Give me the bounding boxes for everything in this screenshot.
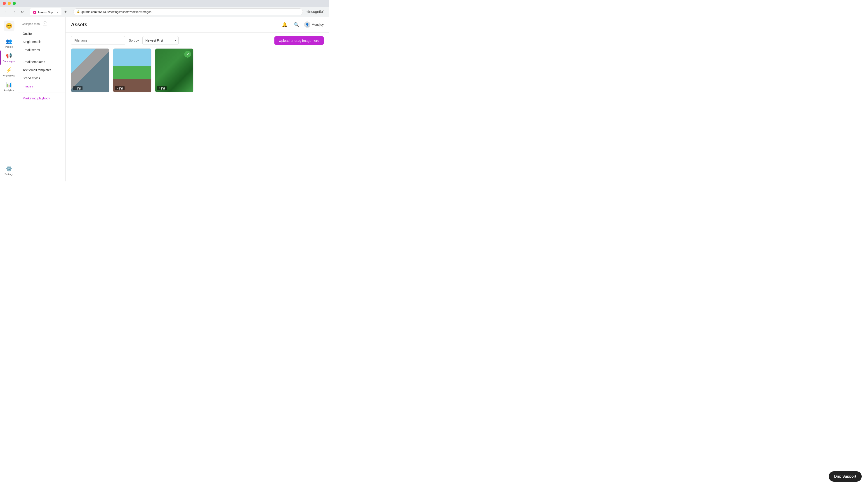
window-minimize-button[interactable]	[8, 2, 11, 5]
notification-button[interactable]: 🔔	[281, 21, 289, 29]
username: Moodjoy	[312, 23, 324, 26]
filename-input[interactable]	[71, 36, 125, 45]
image-card[interactable]: 7.jpg	[113, 48, 151, 92]
browser-toolbar-actions: ☆ Incognito ⋮	[305, 8, 327, 15]
people-icon: 👥	[6, 38, 12, 44]
app-layout: 😊 👥 People 📢 Campaigns ⚡ Workflows 📊 Ana…	[0, 17, 329, 182]
extensions-button[interactable]: ⋮	[320, 8, 327, 15]
submenu-email-series[interactable]: Email series	[18, 46, 65, 54]
search-button[interactable]: 🔍	[292, 21, 301, 29]
sort-by-label: Sort by	[129, 39, 139, 42]
submenu-single-emails[interactable]: Single emails	[18, 38, 65, 46]
collapse-icon: ←	[43, 22, 47, 26]
browser-tab-active[interactable]: ● Assets · Drip ×	[30, 8, 61, 15]
user-info[interactable]: 👤 Moodjoy	[304, 22, 324, 28]
campaigns-icon: 📢	[6, 53, 12, 59]
collapse-menu-button[interactable]: Collapse menu ←	[18, 20, 65, 30]
browser-titlebar	[0, 0, 329, 7]
sidebar-label-workflows: Workflows	[3, 74, 15, 77]
submenu-onsite[interactable]: Onsite	[18, 30, 65, 38]
page-header: Assets 🔔 🔍 👤 Moodjoy	[66, 17, 329, 33]
submenu-text-email-templates[interactable]: Text email templates	[18, 66, 65, 74]
image-selected-badge: ✓	[184, 51, 191, 58]
settings-icon: ⚙️	[6, 166, 12, 172]
browser-tabs: ● Assets · Drip × +	[27, 8, 71, 15]
sort-select[interactable]: Newest First Oldest First Name A-Z Name …	[143, 36, 179, 45]
tab-close-button[interactable]: ×	[57, 11, 58, 14]
sort-select-wrapper: Newest First Oldest First Name A-Z Name …	[143, 36, 179, 45]
analytics-icon: 📊	[6, 82, 12, 88]
browser-back-button[interactable]: ←	[3, 8, 9, 15]
avatar: 👤	[304, 22, 310, 28]
upload-button[interactable]: Upload or drag image here	[274, 36, 324, 45]
tab-favicon: ●	[33, 11, 36, 14]
sidebar-item-analytics[interactable]: 📊 Analytics	[0, 79, 18, 94]
browser-window-controls	[3, 2, 16, 5]
address-bar[interactable]: 🔒 getdrip.com/7641396/settings/assets?se…	[73, 8, 303, 15]
image-filename: 9.jpg	[73, 86, 83, 90]
submenu-sidebar: Collapse menu ← Onsite Single emails Ema…	[18, 17, 66, 182]
main-content: Assets 🔔 🔍 👤 Moodjoy Sort by	[66, 17, 329, 182]
sidebar-label-campaigns: Campaigns	[3, 60, 16, 63]
icon-sidebar: 😊 👥 People 📢 Campaigns ⚡ Workflows 📊 Ana…	[0, 17, 18, 182]
bell-icon: 🔔	[282, 22, 287, 27]
image-card[interactable]: ✓ 1.jpg	[155, 48, 193, 92]
submenu-brand-styles[interactable]: Brand styles	[18, 74, 65, 82]
person-icon: 👤	[305, 23, 309, 26]
sidebar-label-settings: Settings	[4, 173, 13, 175]
submenu-images[interactable]: Images	[18, 82, 65, 90]
browser-reload-button[interactable]: ↻	[19, 8, 25, 15]
browser-addressbar: ← → ↻ ● Assets · Drip × + 🔒 getdrip.com/…	[0, 7, 329, 17]
browser-forward-button[interactable]: →	[11, 8, 17, 15]
tab-title: Assets · Drip	[37, 11, 53, 14]
sidebar-item-workflows[interactable]: ⚡ Workflows	[0, 65, 18, 79]
sidebar-label-people: People	[5, 45, 13, 48]
url-text: getdrip.com/7641396/settings/assets?sect…	[81, 10, 151, 13]
logo-icon: 😊	[6, 23, 12, 29]
sidebar-label-analytics: Analytics	[4, 89, 14, 92]
sidebar-item-people[interactable]: 👥 People	[0, 36, 18, 51]
header-actions: 🔔 🔍 👤 Moodjoy	[281, 21, 324, 29]
toolbar: Sort by Newest First Oldest First Name A…	[66, 33, 329, 48]
profile-button[interactable]: Incognito	[312, 8, 319, 15]
lock-icon: 🔒	[76, 10, 80, 13]
window-maximize-button[interactable]	[13, 2, 16, 5]
app-logo: 😊	[4, 21, 14, 31]
sidebar-item-campaigns[interactable]: 📢 Campaigns	[0, 51, 18, 65]
search-icon: 🔍	[293, 22, 299, 27]
image-filename: 1.jpg	[157, 86, 166, 90]
submenu-email-templates[interactable]: Email templates	[18, 58, 65, 66]
new-tab-button[interactable]: +	[62, 8, 69, 15]
browser-chrome: ← → ↻ ● Assets · Drip × + 🔒 getdrip.com/…	[0, 0, 329, 17]
image-grid: 9.jpg 7.jpg ✓ 1.jpg	[66, 48, 329, 98]
page-title: Assets	[71, 22, 87, 28]
sidebar-item-settings[interactable]: ⚙️ Settings	[0, 163, 18, 178]
submenu-marketing-playbook[interactable]: Marketing playbook	[18, 94, 65, 102]
image-card[interactable]: 9.jpg	[71, 48, 110, 92]
image-filename: 7.jpg	[115, 86, 125, 90]
window-close-button[interactable]	[3, 2, 6, 5]
collapse-menu-label: Collapse menu	[22, 22, 41, 26]
workflows-icon: ⚡	[6, 67, 12, 73]
